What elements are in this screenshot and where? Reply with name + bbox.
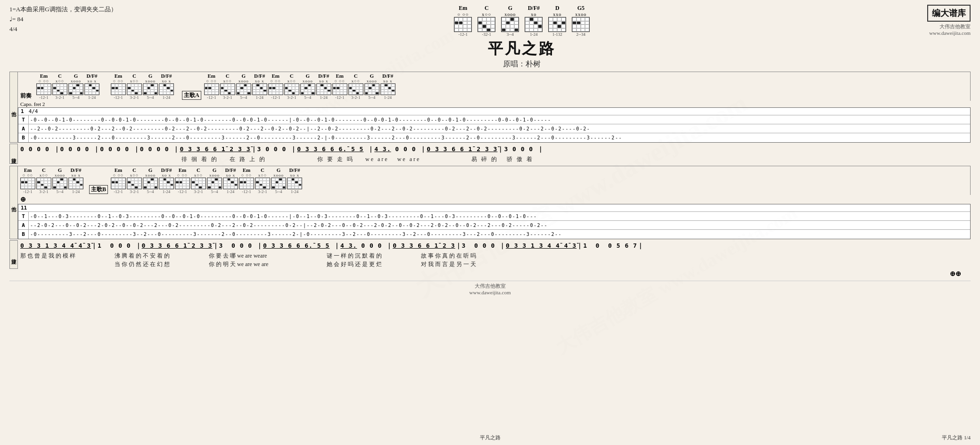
notation-content-1: 0 0 0 0 ｜0 0 0 0 ｜0 0 0 0 ｜0 0 0 0 ｜0 3 … [18, 144, 971, 164]
bar-number-1: 1 [21, 108, 24, 114]
zhujuling-label: 主旋律 [9, 144, 18, 164]
tab2-t-row: T -0--1---0-3--------0--1--0-3---------0… [18, 212, 970, 221]
chord-g-top: G xooo 3--4 [501, 5, 519, 37]
verseb-content: Em ○ ○○ -12-1 C x○○ [18, 166, 971, 239]
vb-df1: D/F# xo x 1-24 [68, 167, 83, 194]
vb-em1: Em ○ ○○ -12-1 [20, 167, 35, 194]
repeat-end-sign: ⊕⊕ [9, 270, 971, 278]
title-area: Em ○ ○○ -12-1 C x○○ [117, 5, 927, 69]
time-sig-display: 4/4 [29, 108, 38, 114]
chord-em-top: Em ○ ○○ -12-1 [454, 5, 472, 37]
logo-box: 编大谱库 [927, 5, 971, 22]
song-title: 平凡之路 [117, 39, 927, 59]
prelude-content: 前奏 Em ○ ○○ -12-1 C x○○ [18, 72, 971, 143]
prelude-chord-em2: Em ○ ○○ -12-1 [111, 73, 126, 100]
tempo: ♩= 84 [9, 15, 117, 24]
footer-website: www.daweijita.com [9, 290, 971, 295]
lyrics-r2c1 [20, 260, 115, 268]
notation-section-1: 主旋律 0 0 0 0 ｜0 0 0 0 ｜0 0 0 0 ｜0 0 0 0 ｜… [9, 144, 971, 164]
chord-d-top: D xxo 1-132 [548, 5, 566, 37]
verseb-side-label: 吉他 [9, 166, 18, 239]
tab-bar-num-row: 1 4/4 [18, 108, 970, 115]
prelude-chord-c2: C x○○ 3-2-1 [127, 73, 142, 100]
lyrics-r2c3: 你 的 明 天 we are we are [209, 260, 327, 268]
lyrics-r1c5: 故 事 你 真 的 在 听 吗 [421, 252, 539, 260]
prelude-chord-em1: Em ○ ○○ -12-1 [36, 73, 51, 100]
lyrics-columns: 那 也 曾 是 我 的 模 样 沸 腾 着 的 不 安 着 的 你 要 去 哪 … [20, 252, 968, 268]
studio-name: 大伟吉他教室 [927, 23, 971, 30]
prelude-chord-df1: D/F# xo x 1-24 [84, 73, 99, 100]
website: www.daweijita.com [927, 30, 971, 36]
numbered-notes-1: 0 0 0 0 ｜0 0 0 0 ｜0 0 0 0 ｜0 0 0 0 ｜0 3 … [18, 144, 971, 155]
versea-chord-g: G xooo 5--4 [236, 73, 251, 100]
lyrics-row2: 当 你 仍 然 还 在 幻 想 你 的 明 天 we are we are 她 … [20, 260, 968, 268]
page-name-bottom: 平凡之路 [480, 434, 501, 441]
verseb-badge: 主歌B [89, 185, 108, 194]
left-info: 1=A本曲采用G调指法，变调夹夹二品） ♩= 84 4/4 [9, 5, 117, 34]
vb-em2: Em ○ ○○ -12-1 [111, 167, 126, 194]
page-number: 平凡之路 1/4 [942, 434, 971, 441]
lyrics-row1: 那 也 曾 是 我 的 模 样 沸 腾 着 的 不 安 着 的 你 要 去 哪 … [20, 252, 968, 260]
lyrics-section-2: 那 也 曾 是 我 的 模 样 沸 腾 着 的 不 安 着 的 你 要 去 哪 … [18, 251, 971, 269]
lyrics-r2c5: 对 我 而 言 是 另 一 天 [421, 260, 539, 268]
prelude-side-label: 吉他 [9, 72, 18, 143]
tab-block-1: 1 4/4 T -0--0--0-1-0--------0--0-0-1-0--… [18, 107, 971, 143]
bar-number-11: 11 [21, 205, 27, 211]
prelude-chord-g2: G xooo 5--4 [143, 73, 158, 100]
tab-bar-num-row-2: 11 [18, 204, 970, 212]
zhujuling-label2: 主旋律 [9, 240, 18, 269]
vb-g3: G xooo 5--4 [207, 167, 222, 194]
versea-chord-g3: G xooo 5--4 [364, 73, 379, 100]
chord-g5-top: G5 xxoo 2--34 [572, 5, 590, 37]
vb-em4: Em ○ ○○ -12-1 [239, 167, 254, 194]
notation-content-2: 0 3 3 1 3 4 4̄ 4̄ 3̄｜1 0 0 0 ｜0 3 3 6 6 … [18, 240, 971, 269]
lyrics-r1c4: 谜 一 样 的 沉 默 着 的 [327, 252, 421, 260]
tab-t-row: T -0--0--0-1-0--------0--0-0-1-0--------… [18, 115, 970, 124]
chord-df-top: D/F# xo 1-24 [525, 5, 543, 37]
vb-df4: D/F# xo x 1-24 [287, 167, 302, 194]
versea-label: 主歌A [182, 91, 201, 100]
lyrics-r1c2: 沸 腾 着 的 不 安 着 的 [115, 252, 209, 260]
vb-c3: C x○○ 3-2-1 [191, 167, 206, 194]
versea-chord-df3: D/F# xo x 1-24 [380, 73, 395, 100]
versea-chord-c2: C x○○ 3-2-1 [284, 73, 299, 100]
versea-chord-em: Em ○ ○○ -12-1 [204, 73, 219, 100]
vb-g2: G xooo 5--4 [143, 167, 158, 194]
prelude-chord-g1: G xooo 5--4 [68, 73, 83, 100]
tuning-note: 1=A本曲采用G调指法，变调夹夹二品） [9, 5, 117, 15]
vb-df3: D/F# xo x 1-24 [223, 167, 238, 194]
tab-b-row: B -0----------3------2---0---------3----… [18, 133, 970, 142]
lyrics-r2c4: 她 会 好 吗 还 是 更 烂 [327, 260, 421, 268]
footer-studio: 大伟吉他教室 [9, 283, 971, 290]
verseb-chord-row: Em ○ ○○ -12-1 C x○○ [18, 166, 971, 195]
vb-df2: D/F# xo x 1-24 [159, 167, 174, 194]
lyrics-r1c1: 那 也 曾 是 我 的 模 样 [20, 252, 115, 260]
versea-chord-em2: Em ○ ○○ -12-1 [268, 73, 283, 100]
logo-area: 编大谱库 大伟吉他教室 www.daweijita.com [927, 5, 971, 36]
verseb-section: 吉他 Em ○ ○○ -12-1 C x [9, 166, 971, 239]
tab2-b-row: B -0---------3---2---0---------3--2---0-… [18, 230, 970, 239]
lyrics-r2c2: 当 你 仍 然 还 在 幻 想 [115, 260, 209, 268]
tab2-a-row: A --2-0-2---0--0-2---2-0-2--0--0-2---2--… [18, 221, 970, 230]
top-chord-diagrams: Em ○ ○○ -12-1 C x○○ [117, 5, 927, 37]
chord-c-top: C x○○ -32-1 [478, 5, 495, 37]
prelude-chord-c1: C x○○ 3-2-1 [52, 73, 67, 100]
vb-g1: G xooo 5--4 [52, 167, 67, 194]
versea-chord-c3: C x○○ 3-2-1 [348, 73, 363, 100]
verseb-label-area: 主歌B Em ○ ○○ -12-1 C [89, 167, 302, 194]
notation-section-2: 主旋律 0 3 3 1 3 4 4̄ 4̄ 3̄｜1 0 0 0 ｜0 3 3 … [9, 240, 971, 269]
tab-a-row: A --2--0-2---------0-2---2--0-2---------… [18, 124, 970, 133]
versea-chord-c: C x○○ 3-2-1 [220, 73, 235, 100]
prelude-chord-df2: D/F# xo x 1-24 [159, 73, 174, 100]
versea-chord-area: 主歌A Em ○ ○○ -12-1 [182, 73, 395, 100]
vb-c2: C x○○ 3-2-1 [127, 167, 142, 194]
versea-chord-df2: D/F# xo x 1-24 [316, 73, 331, 100]
lyrics-1: 徘 徊 着 的 在 路 上 的 你 要 走 吗 we are we are 易 … [18, 155, 971, 164]
repeat-sign-1: ⊕ [18, 195, 971, 204]
versea-chord-g2: G xooo 5--4 [300, 73, 315, 100]
versea-chord-em3: Em ○ ○○ -12-1 [332, 73, 347, 100]
tab-block-2: 11 T -0--1---0-3--------0--1--0-3-------… [18, 204, 971, 239]
versea-chord-df: D/F# xo x 1-24 [252, 73, 267, 100]
vb-em3: Em ○ ○○ -12-1 [175, 167, 190, 194]
numbered-notes-2: 0 3 3 1 3 4 4̄ 4̄ 3̄｜1 0 0 0 ｜0 3 3 6 6 … [18, 240, 971, 251]
